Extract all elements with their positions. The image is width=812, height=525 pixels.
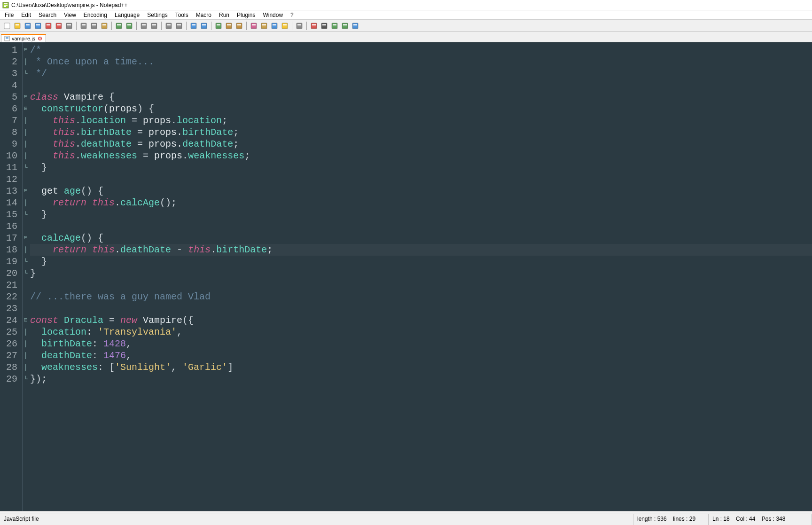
save-icon[interactable] [23,21,33,31]
menu-language[interactable]: Language [111,11,143,19]
editor-area[interactable]: 1234567891011121314151617181920212223242… [0,42,812,511]
fold-mark[interactable]: ⊟ [23,232,29,244]
zoom-in-icon[interactable] [164,21,174,31]
open-file-icon[interactable] [12,21,23,31]
code-line[interactable]: } [30,256,812,267]
code-line[interactable]: birthDate: 1428, [30,338,812,350]
code-line[interactable] [30,303,812,314]
line-number[interactable]: 14 [3,197,17,209]
line-number[interactable]: 28 [3,361,17,373]
menu-settings[interactable]: Settings [143,11,171,19]
find-icon[interactable] [139,21,149,31]
line-number[interactable]: 9 [3,138,17,150]
code-line[interactable]: } [30,209,812,220]
line-number[interactable]: 20 [3,267,17,279]
code-line[interactable]: return this.deathDate - this.birthDate; [30,244,812,256]
line-number[interactable]: 25 [3,326,17,338]
tab-close-icon[interactable] [37,36,43,41]
line-number[interactable]: 29 [3,373,17,385]
line-number[interactable]: 18 [3,244,17,256]
line-number[interactable]: 16 [3,220,17,232]
menu-tools[interactable]: Tools [172,11,192,19]
fold-mark[interactable]: ⊟ [23,103,29,115]
code-line[interactable]: this.birthDate = props.birthDate; [30,126,812,138]
menu-file[interactable]: File [1,11,17,19]
line-number[interactable]: 7 [3,115,17,126]
menu-run[interactable]: Run [215,11,233,19]
code-line[interactable]: deathDate: 1476, [30,350,812,361]
line-number[interactable]: 2 [3,56,17,68]
fold-mark[interactable]: ⊟ [23,314,29,326]
line-number[interactable]: 3 [3,68,17,79]
line-number[interactable]: 4 [3,79,17,91]
code-line[interactable]: constructor(props) { [30,103,812,115]
code-line[interactable]: return this.calcAge(); [30,197,812,209]
tab-vampire-js[interactable]: vampire.js [1,34,46,42]
record-icon[interactable] [309,21,319,31]
replace-icon[interactable] [149,21,159,31]
menu-search[interactable]: Search [35,11,60,19]
code-line[interactable] [30,220,812,232]
new-file-icon[interactable] [2,21,12,31]
wrap-icon[interactable] [213,21,224,31]
close-icon[interactable] [43,21,54,31]
code-content[interactable]: /* * Once upon a time... */class Vampire… [29,42,812,511]
code-line[interactable] [30,279,812,291]
save-all-icon[interactable] [33,21,43,31]
line-number[interactable]: 22 [3,291,17,303]
fold-column[interactable]: ⊟│└⊟⊟││││└⊟│└⊟│└└⊟││││└ [23,42,29,511]
indent-guide-icon[interactable] [234,21,244,31]
code-line[interactable]: /* [30,44,812,56]
print-icon[interactable] [64,21,74,31]
save-macro-icon[interactable] [350,21,360,31]
sync-v-icon[interactable] [188,21,199,31]
code-line[interactable] [30,79,812,91]
code-line[interactable]: this.deathDate = props.deathDate; [30,138,812,150]
code-line[interactable]: class Vampire { [30,91,812,103]
code-line[interactable]: this.weaknesses = props.weaknesses; [30,150,812,162]
line-number[interactable]: 26 [3,338,17,350]
func-list-icon[interactable] [269,21,280,31]
sync-h-icon[interactable] [199,21,209,31]
menu-encoding[interactable]: Encoding [80,11,111,19]
code-line[interactable]: } [30,267,812,279]
fold-mark[interactable]: ⊟ [23,44,29,56]
code-line[interactable]: location: 'Transylvania', [30,326,812,338]
monitor-icon[interactable] [294,21,304,31]
fold-mark[interactable]: ⊟ [23,185,29,197]
copy-icon[interactable] [89,21,99,31]
code-line[interactable]: } [30,162,812,173]
code-line[interactable]: get age() { [30,185,812,197]
line-number-gutter[interactable]: 1234567891011121314151617181920212223242… [0,42,23,511]
line-number[interactable]: 21 [3,279,17,291]
play-multi-icon[interactable] [340,21,350,31]
stop-icon[interactable] [319,21,329,31]
code-line[interactable]: }); [30,373,812,385]
play-icon[interactable] [329,21,340,31]
line-number[interactable]: 1 [3,44,17,56]
folder-icon[interactable] [280,21,290,31]
fold-mark[interactable]: ⊟ [23,91,29,103]
lang-icon[interactable] [249,21,259,31]
close-all-icon[interactable] [54,21,64,31]
code-line[interactable] [30,173,812,185]
line-number[interactable]: 6 [3,103,17,115]
line-number[interactable]: 19 [3,256,17,267]
paste-icon[interactable] [99,21,109,31]
line-number[interactable]: 24 [3,314,17,326]
line-number[interactable]: 5 [3,91,17,103]
undo-icon[interactable] [114,21,124,31]
redo-icon[interactable] [124,21,134,31]
zoom-out-icon[interactable] [174,21,184,31]
line-number[interactable]: 15 [3,209,17,220]
code-line[interactable]: this.location = props.location; [30,115,812,126]
cut-icon[interactable] [78,21,89,31]
menu-plugins[interactable]: Plugins [233,11,259,19]
code-line[interactable]: const Dracula = new Vampire({ [30,314,812,326]
line-number[interactable]: 12 [3,173,17,185]
line-number[interactable]: 13 [3,185,17,197]
doc-map-icon[interactable] [259,21,269,31]
line-number[interactable]: 17 [3,232,17,244]
menu-[interactable]: ? [287,11,297,19]
code-line[interactable]: weaknesses: ['Sunlight', 'Garlic'] [30,361,812,373]
